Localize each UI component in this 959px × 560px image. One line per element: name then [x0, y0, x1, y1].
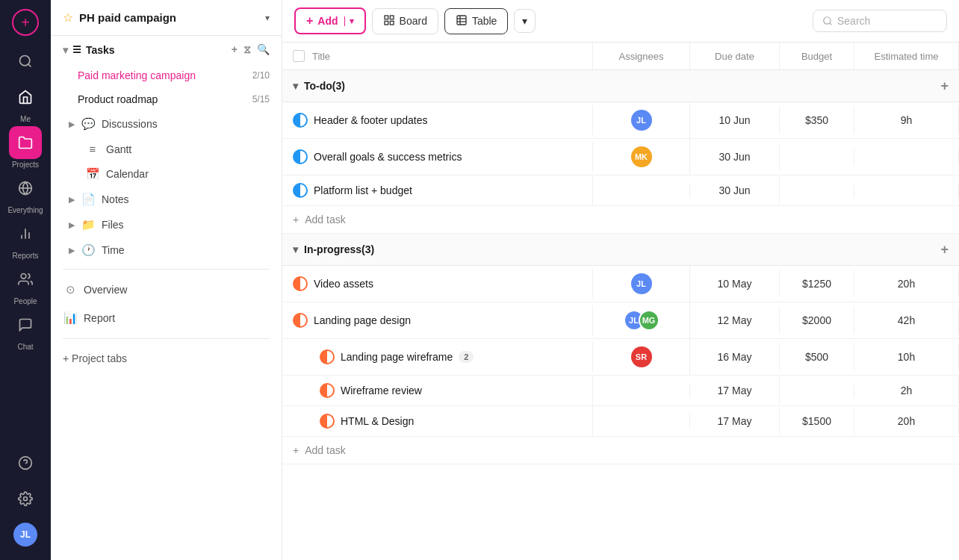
due-date-value: 30 Jun [719, 184, 750, 196]
add-project-tabs-label: + Project tabs [63, 352, 127, 364]
title-column-header: Title [282, 43, 593, 69]
due-date-value: 30 Jun [719, 151, 750, 163]
table-row[interactable]: Header & footer updates JL 10 Jun $350 9… [282, 102, 959, 139]
sidebar-item-overview[interactable]: ⊙ Overview [51, 276, 282, 304]
chat-icon[interactable] [9, 308, 42, 341]
task-budget-cell: $1500 [780, 408, 854, 435]
due-date-value: 12 May [718, 314, 752, 326]
table-row[interactable]: Landing page wireframe 2 SR 16 May $500 … [282, 339, 959, 376]
add-button[interactable]: + Add ▾ [294, 7, 366, 34]
add-task-icon[interactable]: + [232, 43, 238, 56]
task-name: HTML & Design [341, 415, 414, 427]
table-row[interactable]: Landing page design JL MG 12 May $2000 4… [282, 302, 959, 339]
table-view-button[interactable]: Table [444, 8, 508, 34]
table-row[interactable]: Video assets JL 10 May $1250 20h [282, 266, 959, 302]
reports-icon[interactable] [9, 217, 42, 250]
filter-icon[interactable]: ⧖ [243, 43, 251, 56]
task-name: Platform list + budget [314, 184, 412, 196]
files-label: Files [102, 219, 124, 231]
search-task-icon[interactable]: 🔍 [257, 43, 270, 56]
title-column-label: Title [312, 51, 330, 62]
task-title-cell: Landing page design [282, 305, 593, 335]
task-estimated-time-cell: 9h [854, 107, 959, 134]
add-chevron-icon[interactable]: ▾ [344, 16, 354, 26]
table-row[interactable]: HTML & Design 17 May $1500 20h [282, 406, 959, 437]
add-project-tabs-button[interactable]: + Project tabs [51, 345, 282, 372]
add-task-inprogress-button[interactable]: + Add task [282, 437, 959, 464]
help-icon[interactable] [9, 447, 42, 479]
sidebar-item-notes[interactable]: ▶ 📄 Notes [51, 187, 282, 212]
nav-item-reports[interactable]: Reports [9, 217, 42, 260]
task-assignee-cell: JL [593, 266, 690, 302]
sidebar-item-gantt[interactable]: ≡ Gantt [51, 137, 282, 161]
task-due-date-cell: 16 May [690, 343, 780, 370]
add-task-label: Add task [305, 214, 345, 225]
board-label: Board [400, 15, 427, 27]
estimated-time-value: 10h [898, 351, 915, 363]
sidebar-item-files[interactable]: ▶ 📁 Files [51, 212, 282, 237]
task-due-date-cell: 10 Jun [690, 107, 780, 134]
sidebar-header[interactable]: ☆ PH paid campaign ▾ [51, 0, 282, 36]
estimated-time-value: 9h [901, 114, 913, 126]
nav-item-everything[interactable]: Everything [7, 172, 43, 214]
table-row[interactable]: Platform list + budget 30 Jun [282, 175, 959, 206]
main-content: + Add ▾ Board Table ▾ Search [282, 0, 959, 560]
table-row[interactable]: Wireframe review 17 May 2h [282, 376, 959, 406]
everything-icon[interactable] [9, 172, 42, 205]
nav-item-search[interactable] [9, 45, 42, 78]
inprogress-collapse-icon[interactable]: ▾ [293, 243, 298, 255]
nav-item-me[interactable]: Me [9, 81, 42, 123]
search-box[interactable]: Search [813, 10, 947, 32]
svg-rect-12 [390, 16, 394, 19]
budget-value: $2000 [802, 314, 831, 326]
chevron-down-icon[interactable]: ▾ [265, 13, 270, 23]
sidebar-item-time[interactable]: ▶ 🕐 Time [51, 237, 282, 263]
task-assignee-cell [593, 383, 690, 398]
nav-item-projects[interactable]: Projects [9, 126, 42, 169]
user-avatar[interactable]: JL [9, 518, 42, 551]
projects-icon[interactable] [9, 126, 42, 159]
collapse-icon[interactable]: ▾ [63, 44, 68, 56]
search-icon[interactable] [9, 45, 42, 78]
sidebar-item-calendar[interactable]: 📅 Calendar [51, 161, 282, 187]
nav-item-chat[interactable]: Chat [9, 308, 42, 351]
global-add-button[interactable]: + [12, 9, 39, 36]
add-task-todo-button[interactable]: + Add task [282, 206, 959, 234]
nav-item-people[interactable]: People [9, 263, 42, 305]
task-assignee-cell: JL MG [593, 302, 690, 338]
task-due-date-cell: 17 May [690, 377, 780, 404]
task-estimated-time-cell: 42h [854, 307, 959, 334]
project-item-roadmap[interactable]: Product roadmap 5/15 [51, 87, 282, 111]
nav-reports-label: Reports [12, 252, 38, 260]
files-icon: 📁 [81, 218, 96, 231]
settings-icon[interactable] [9, 482, 42, 515]
task-title-cell: Video assets [282, 269, 593, 299]
inprogress-add-button[interactable]: + [940, 243, 949, 256]
todo-collapse-icon[interactable]: ▾ [293, 80, 298, 92]
subtask-badge: 2 [459, 351, 474, 363]
sidebar-item-report[interactable]: 📊 Report [51, 304, 282, 332]
estimated-time-column-header: Estimated time [854, 43, 959, 69]
project-item-paid[interactable]: Paid marketing campaign 2/10 [51, 63, 282, 87]
inprogress-section-label: In-progress(3) [304, 243, 374, 255]
svg-point-19 [824, 17, 831, 24]
people-icon[interactable] [9, 263, 42, 296]
due-date-column-label: Due date [715, 51, 754, 62]
nav-projects-label: Projects [12, 161, 39, 169]
gantt-icon: ≡ [85, 143, 100, 155]
nav-me-label: Me [20, 115, 31, 123]
avatar: JL [631, 273, 652, 294]
board-view-button[interactable]: Board [372, 8, 438, 34]
budget-value: $500 [805, 351, 828, 363]
gantt-label: Gantt [106, 143, 131, 155]
select-all-checkbox[interactable] [293, 50, 305, 62]
avatar: MK [631, 146, 652, 167]
task-table: Title Assignees Due date Budget Estimate… [282, 43, 959, 560]
overview-label: Overview [84, 284, 127, 296]
table-row[interactable]: Overall goals & success metrics MK 30 Ju… [282, 139, 959, 175]
more-views-button[interactable]: ▾ [514, 9, 536, 33]
todo-add-button[interactable]: + [940, 79, 949, 93]
sidebar-item-discussions[interactable]: ▶ 💬 Discussions [51, 111, 282, 137]
home-icon[interactable] [9, 81, 42, 113]
estimated-time-value: 20h [898, 415, 915, 427]
